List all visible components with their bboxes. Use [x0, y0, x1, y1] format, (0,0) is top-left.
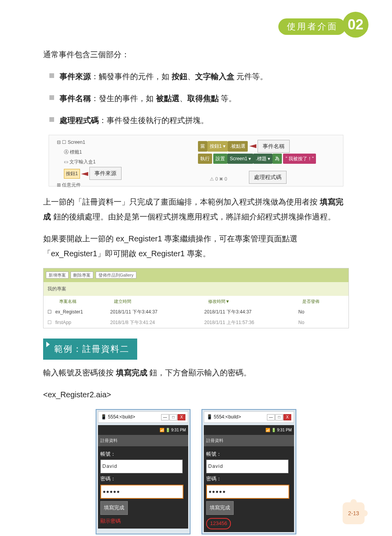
warning-counter: ⚠ 0 ✖ 0 — [210, 175, 227, 184]
paragraph: 如果要開啟上一節的 ex_Register1 專案繼續操作，可在專案管理頁面點選… — [43, 231, 349, 261]
window-buttons: —□X — [267, 413, 291, 422]
submit-button[interactable]: 填寫完成 — [206, 501, 234, 515]
page-number: 2-13 — [343, 502, 365, 524]
password-input[interactable]: ●●●●● — [100, 485, 183, 499]
arrow-left-icon — [249, 144, 256, 148]
output-value: 123456 — [206, 518, 231, 529]
figure-event-blocks: ⊟ ☐ Screen1 Ⓐ 標籤1 ▭ 文字輸入盒1 按鈕1 事件來源 ⊞ 任意… — [49, 135, 343, 187]
project-panel: 新增專案 刪除專案 發佈作品到Gallery 我的專案 專案名稱 建立時間 修改… — [43, 268, 349, 328]
phone-mock-2: 📱 5554:<build>—□X 📶 🔋 9:31 PM 註冊資料 帳號： D… — [201, 409, 296, 534]
intro-text: 通常事件包含三個部分： — [43, 47, 349, 62]
chapter-label: 使用者介面 — [278, 18, 346, 35]
project-table-header: 專案名稱 建立時間 修改時間▼ 是否發佈 — [44, 296, 348, 307]
output-hint: 顯示密碼 — [100, 516, 186, 526]
bullet-item: 處理程式碼：事件發生後執行的程式拼塊。 — [49, 113, 349, 128]
publish-button[interactable]: 發佈作品到Gallery — [96, 272, 136, 279]
project-row[interactable]: ☐firstApp2018/1/8 下午3:41:242018/1/11 上午1… — [44, 317, 348, 328]
account-input[interactable]: David — [206, 460, 289, 473]
project-toolbar: 新增專案 刪除專案 發佈作品到Gallery — [44, 268, 348, 282]
phone-mock-1: 📱 5554:<build>—□X 📶 🔋 9:31 PM 註冊資料 帳號： D… — [96, 409, 191, 534]
password-input[interactable]: ●●●●● — [206, 485, 289, 499]
project-row[interactable]: ☐ex_Register12018/1/11 下午3:44:372018/1/1… — [44, 307, 348, 317]
new-project-button[interactable]: 新增專案 — [46, 272, 69, 279]
example-heading: 範例：註冊資料二 — [43, 339, 137, 360]
example-filename: <ex_Register2.aia> — [43, 387, 349, 402]
my-projects-label: 我的專案 — [44, 282, 348, 296]
submit-button[interactable]: 填寫完成 — [100, 501, 128, 515]
delete-project-button[interactable]: 刪除專案 — [71, 272, 93, 279]
window-buttons: —□X — [161, 413, 185, 422]
arrow-left-icon — [81, 172, 88, 176]
status-bar: 📶 🔋 9:31 PM — [98, 425, 188, 435]
chapter-badge: 使用者介面02 — [278, 12, 368, 38]
code-blocks: 當按鈕1 ▾.被點選 事件名稱 執行 設置Screen1 ▾.標題 ▾為 " 我… — [198, 140, 316, 165]
account-input[interactable]: David — [100, 460, 183, 473]
component-tree: ⊟ ☐ Screen1 Ⓐ 標籤1 ▭ 文字輸入盒1 按鈕1 事件來源 ⊞ 任意… — [57, 138, 122, 190]
status-bar: 📶 🔋 9:31 PM — [204, 425, 294, 435]
bullet-item: 事件來源：觸發事件的元件，如 按鈕、文字輸入盒 元件等。 — [49, 69, 349, 84]
paragraph: 上一節的「註冊資料一」只完成了畫面編排，本範例加入程式拼塊做為使用者按 填寫完成… — [43, 194, 349, 224]
bullet-item: 事件名稱：發生的事件，如 被點選、取得焦點 等。 — [49, 91, 349, 106]
example-desc: 輸入帳號及密碼後按 填寫完成 鈕，下方會顯示輸入的密碼。 — [43, 365, 349, 380]
chapter-number: 02 — [343, 12, 368, 38]
